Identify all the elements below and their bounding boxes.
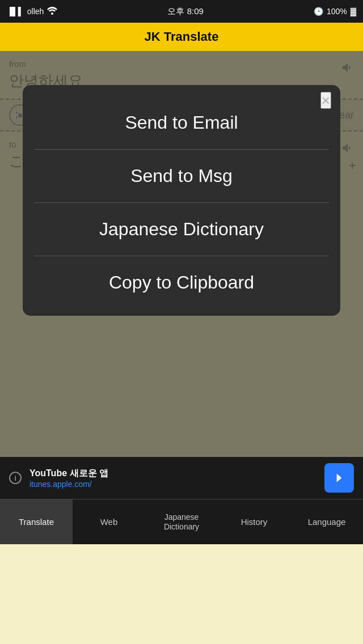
tab-bar: Translate Web JapaneseDictionary History… — [0, 499, 363, 544]
status-bar: ▐▌▌ olleh 오후 8:09 🕑 100% ▓ — [0, 0, 363, 23]
status-time: 오후 8:09 — [167, 6, 203, 17]
ad-info-icon: i — [9, 472, 22, 484]
clock-icon: 🕑 — [314, 7, 323, 16]
tab-translate[interactable]: Translate — [0, 499, 73, 544]
tab-history-label: History — [241, 516, 268, 528]
tab-translate-label: Translate — [19, 516, 54, 528]
title-bar: JK Translate — [0, 23, 363, 51]
ad-banner[interactable]: i YouTube 새로운 앱 itunes.apple.com/ — [0, 457, 363, 499]
app-title: JK Translate — [145, 29, 219, 44]
ad-arrow-button[interactable] — [324, 463, 354, 493]
tab-japanese-dictionary-label: JapaneseDictionary — [164, 512, 199, 532]
tab-language-label: Language — [308, 516, 346, 528]
tab-web[interactable]: Web — [73, 499, 145, 544]
japanese-dictionary-button[interactable]: Japanese Dictionary — [34, 203, 329, 256]
tab-japanese-dictionary[interactable]: JapaneseDictionary — [145, 499, 218, 544]
status-right: 🕑 100% ▓ — [314, 7, 356, 16]
modal-box: × Send to Email Send to Msg Japanese Dic… — [23, 85, 340, 316]
status-left: ▐▌▌ olleh — [7, 7, 57, 16]
svg-point-0 — [51, 12, 53, 15]
main-content: from 안녕하세요 🇰🇷 → 🇯🇵 🇰🇷 → 🇯🇵 ↑↓ Clear — [0, 51, 363, 544]
wifi-icon — [47, 7, 57, 16]
send-msg-button[interactable]: Send to Msg — [34, 150, 329, 203]
ad-url[interactable]: itunes.apple.com/ — [29, 480, 316, 489]
copy-clipboard-button[interactable]: Copy to Clipboard — [34, 256, 329, 299]
battery-label: 100% — [327, 7, 347, 16]
signal-icon: ▐▌▌ — [7, 7, 24, 16]
send-email-button[interactable]: Send to Email — [34, 96, 329, 150]
battery-icon: ▓ — [351, 7, 356, 16]
ad-text-col: YouTube 새로운 앱 itunes.apple.com/ — [29, 468, 316, 489]
carrier-label: olleh — [27, 7, 44, 16]
modal-close-button[interactable]: × — [320, 92, 331, 109]
tab-language[interactable]: Language — [290, 499, 363, 544]
ad-title: YouTube 새로운 앱 — [29, 468, 316, 480]
tab-web-label: Web — [100, 516, 118, 528]
tab-history[interactable]: History — [218, 499, 290, 544]
